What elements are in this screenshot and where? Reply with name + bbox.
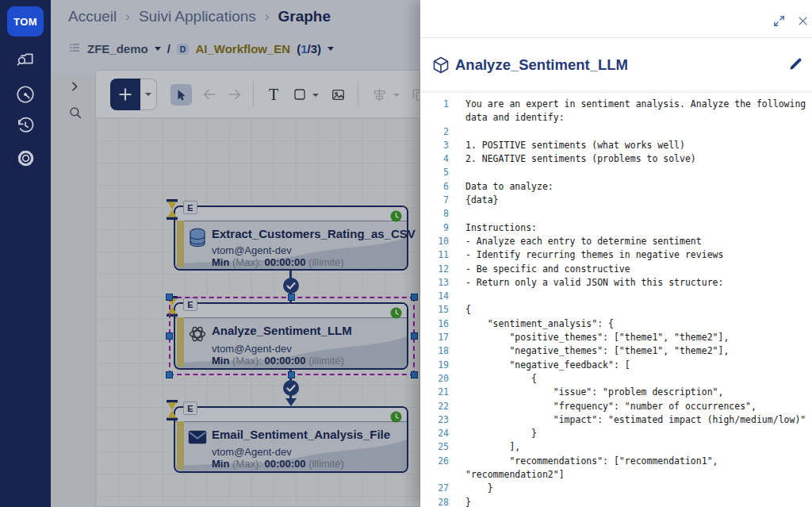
collapse-rail-chevron-icon[interactable] [68, 79, 81, 97]
line-text[interactable]: "recommendations": ["recommendation1", [465, 455, 718, 468]
tom-logo[interactable]: TOM [7, 6, 44, 36]
code-line[interactable]: 24 } [420, 427, 812, 440]
selection-handle[interactable] [411, 332, 418, 340]
undo-button[interactable] [199, 84, 220, 105]
breadcrumb-item-accueil[interactable]: Accueil [68, 8, 117, 25]
line-number: 10 [420, 235, 449, 248]
copy-tool-button[interactable] [408, 84, 420, 105]
pointer-tool-button[interactable] [170, 84, 192, 106]
align-caret-button[interactable] [391, 91, 402, 99]
code-line[interactable]: 23 "impact": "estimated impact (high/med… [420, 413, 812, 427]
node-analyze-sentiment-llm[interactable]: E Analyze_Sentiment_LLM vtom@Agent-dev M… [174, 302, 408, 370]
line-text[interactable]: "positive_themes": ["theme1", "theme2"], [465, 331, 729, 344]
code-line[interactable]: 16 "sentiment_analysis": { [420, 317, 812, 331]
line-text[interactable]: } [465, 427, 537, 440]
text-tool-button[interactable]: T [262, 83, 285, 106]
code-line[interactable]: 19 "negative_feedback": [ [420, 359, 812, 372]
close-panel-icon[interactable] [795, 13, 810, 29]
selection-handle[interactable] [166, 294, 173, 301]
shape-tool-button[interactable] [289, 84, 310, 105]
code-line[interactable]: 22 "frequency": "number of occurrences", [420, 400, 812, 413]
node-extract-customers-rating[interactable]: E Extract_Customers_Rating_as_CSV vtom@A… [174, 205, 408, 271]
code-line[interactable]: 9Instructions: [420, 221, 812, 235]
line-text[interactable]: Instructions: [465, 221, 537, 235]
code-line[interactable]: 20 { [420, 372, 812, 386]
line-text[interactable]: data and identify: [465, 111, 565, 125]
breadcrumb-item-suivi-applications[interactable]: Suivi Applications [139, 8, 256, 25]
line-text[interactable]: "negative_feedback": [ [465, 359, 630, 372]
code-line[interactable]: 8 [420, 207, 812, 221]
code-line[interactable]: 17 "positive_themes": ["theme1", "theme2… [420, 331, 812, 344]
code-line[interactable]: 27 } [420, 482, 812, 495]
line-text[interactable]: "issue": "problem description", [465, 386, 723, 399]
code-line[interactable]: 1You are an expert in sentiment analysis… [420, 98, 812, 111]
line-text[interactable]: { [465, 303, 471, 317]
line-text[interactable]: ], [465, 440, 520, 454]
workflow-caret-icon[interactable] [327, 47, 334, 51]
code-line[interactable]: 13- Return only a valid JSON with this s… [420, 276, 812, 290]
image-tool-button[interactable] [327, 84, 348, 105]
line-text[interactable]: { [465, 372, 537, 386]
expand-panel-icon[interactable] [771, 13, 787, 29]
code-line[interactable]: 25 ], [420, 440, 812, 454]
selection-handle[interactable] [166, 371, 173, 378]
history-icon[interactable] [13, 113, 37, 137]
code-line[interactable]: data and identify: [420, 111, 812, 125]
line-text[interactable]: "impact": "estimated impact (high/medium… [465, 413, 806, 427]
line-text[interactable]: - Return only a valid JSON with this str… [465, 276, 723, 290]
code-line[interactable]: 15{ [420, 303, 812, 317]
line-text[interactable]: "recommendation2"] [465, 468, 565, 482]
explorer-search-icon[interactable] [13, 48, 37, 71]
line-text[interactable]: {data} [465, 194, 499, 207]
code-line[interactable]: 31. POSITIVE sentiments (what works well… [420, 139, 812, 152]
selection-handle[interactable] [288, 371, 295, 378]
shape-caret-button[interactable] [310, 91, 321, 99]
selection-handle[interactable] [288, 294, 295, 301]
code-line[interactable]: 14 [420, 290, 812, 303]
code-line[interactable]: 11- Identify recurring themes in negativ… [420, 248, 812, 262]
workflow-name[interactable]: AI_Workflow_EN [195, 42, 290, 56]
node-header [175, 304, 407, 318]
code-line[interactable]: 28} [420, 496, 812, 507]
align-tool-button[interactable] [369, 84, 389, 105]
code-line[interactable]: 26 "recommendations": ["recommendation1"… [420, 455, 812, 468]
line-text[interactable]: 2. NEGATIVE sentiments (problems to solv… [465, 152, 696, 166]
code-line[interactable]: 42. NEGATIVE sentiments (problems to sol… [420, 152, 812, 166]
node-email-sentiment-analysis[interactable]: E Email_Sentiment_Analysis_File vtom@Age… [174, 406, 408, 473]
line-text[interactable]: - Be specific and constructive [465, 263, 630, 276]
line-number: 9 [420, 221, 449, 235]
selection-handle[interactable] [411, 371, 418, 378]
settings-gear-icon[interactable] [13, 146, 37, 170]
code-line[interactable]: 18 "negative_themes": ["theme1", "theme2… [420, 344, 812, 358]
code-line[interactable]: "recommendation2"] [420, 468, 812, 482]
add-node-button[interactable] [110, 79, 140, 110]
code-line[interactable]: 21 "issue": "problem description", [420, 386, 812, 399]
canvas-search-icon[interactable] [68, 106, 82, 123]
line-text[interactable]: } [465, 496, 471, 507]
line-text[interactable]: 1. POSITIVE sentiments (what works well) [465, 139, 685, 152]
line-text[interactable]: "frequency": "number of occurrences", [465, 400, 756, 413]
code-line[interactable]: 7{data} [420, 194, 812, 207]
selection-handle[interactable] [166, 332, 173, 340]
line-text[interactable]: } [465, 482, 493, 495]
code-line[interactable]: 10- Analyze each entry to determine sent… [420, 235, 812, 248]
code-line[interactable]: 12- Be specific and constructive [420, 263, 812, 276]
prompt-code-editor[interactable]: 1You are an expert in sentiment analysis… [420, 92, 812, 507]
edit-pencil-icon[interactable] [788, 56, 803, 75]
application-name[interactable]: ZFE_demo [87, 42, 148, 56]
dashboard-gauge-icon[interactable] [13, 83, 37, 106]
redo-button[interactable] [224, 84, 245, 105]
line-text[interactable]: "sentiment_analysis": { [465, 317, 614, 331]
code-line[interactable]: 5 [420, 166, 812, 179]
selection-handle[interactable] [411, 294, 418, 301]
link-check-badge[interactable] [282, 379, 300, 400]
add-node-caret-button[interactable] [140, 79, 157, 110]
line-text[interactable]: - Identify recurring themes in negative … [465, 248, 723, 262]
line-text[interactable]: - Analyze each entry to determine sentim… [465, 235, 702, 248]
line-text[interactable]: You are an expert in sentiment analysis.… [465, 98, 806, 111]
line-text[interactable]: Data to analyze: [465, 180, 553, 194]
application-caret-icon[interactable] [155, 47, 161, 51]
line-text[interactable]: "negative_themes": ["theme1", "theme2"], [465, 344, 729, 358]
code-line[interactable]: 2 [420, 125, 812, 139]
code-line[interactable]: 6Data to analyze: [420, 180, 812, 194]
